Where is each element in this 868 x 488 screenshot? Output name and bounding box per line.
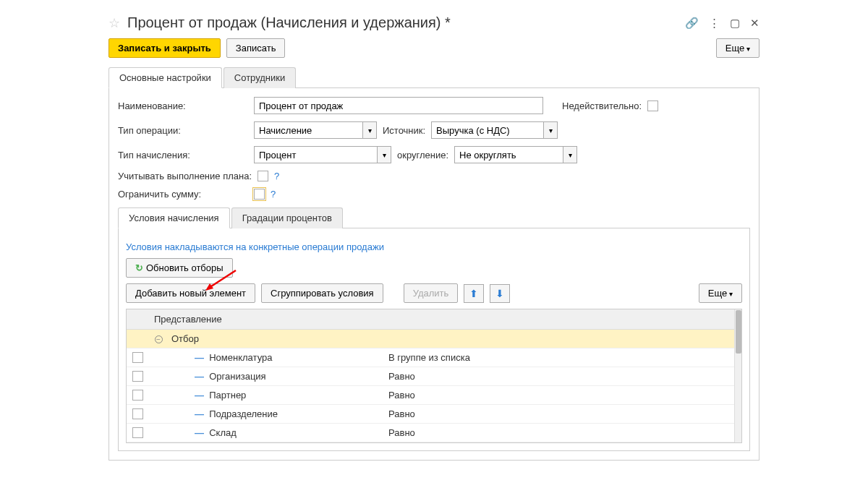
- source-label: Источник:: [383, 125, 425, 136]
- table-row[interactable]: — Номенклатура В группе из списка: [127, 348, 741, 367]
- add-element-button[interactable]: Добавить новый элемент: [126, 283, 255, 303]
- conditions-hint: Условия накладываются на конкретные опер…: [126, 241, 742, 252]
- save-button[interactable]: Записать: [226, 38, 286, 58]
- invalid-label: Недействительно:: [562, 100, 642, 111]
- row-checkbox[interactable]: [132, 390, 143, 401]
- source-input[interactable]: [431, 121, 543, 139]
- tab-main-settings[interactable]: Основные настройки: [109, 67, 222, 88]
- row-checkbox[interactable]: [132, 427, 143, 438]
- calctype-input[interactable]: [254, 146, 377, 163]
- favorite-star-icon[interactable]: ☆: [109, 15, 120, 31]
- page-title: Процент от продаж (Начисления и удержани…: [127, 14, 678, 31]
- collapse-icon[interactable]: −: [155, 335, 163, 343]
- table-row[interactable]: — Партнер Равно: [127, 386, 741, 405]
- refresh-filters-button[interactable]: ↻Обновить отборы: [126, 258, 233, 278]
- link-icon[interactable]: 🔗: [685, 17, 699, 30]
- calctype-label: Тип начисления:: [118, 150, 248, 160]
- table-scrollbar[interactable]: [734, 309, 741, 442]
- plan-label: Учитывать выполнение плана:: [118, 171, 252, 181]
- tab-employees[interactable]: Сотрудники: [224, 67, 296, 88]
- row-checkbox[interactable]: [132, 408, 143, 419]
- table-row[interactable]: — Подразделение Равно: [127, 405, 741, 424]
- rounding-label: округление:: [397, 150, 448, 160]
- tab-gradations[interactable]: Градации процентов: [231, 207, 343, 228]
- dash-icon: —: [195, 427, 204, 438]
- delete-button[interactable]: Удалить: [404, 283, 459, 303]
- name-label: Наименование:: [118, 100, 248, 111]
- group-conditions-button[interactable]: Сгруппировать условия: [261, 283, 383, 303]
- maximize-icon[interactable]: ▢: [730, 17, 740, 30]
- row-checkbox[interactable]: [132, 371, 143, 382]
- invalid-checkbox[interactable]: [647, 100, 658, 111]
- save-and-close-button[interactable]: Записать и закрыть: [109, 38, 221, 58]
- name-input[interactable]: [254, 97, 543, 114]
- dash-icon: —: [195, 408, 204, 419]
- close-icon[interactable]: ✕: [750, 17, 760, 30]
- move-down-button[interactable]: ⬇: [490, 284, 510, 303]
- source-dropdown-button[interactable]: ▾: [543, 121, 558, 139]
- move-up-button[interactable]: ⬆: [464, 284, 484, 303]
- tab-conditions[interactable]: Условия начисления: [118, 207, 230, 228]
- table-header: Представление: [127, 309, 741, 330]
- limit-checkbox[interactable]: [254, 189, 265, 200]
- limit-label: Ограничить сумму:: [118, 189, 248, 200]
- row-checkbox[interactable]: [132, 352, 143, 363]
- kebab-menu-icon[interactable]: ⋮: [709, 17, 720, 30]
- rounding-input[interactable]: [454, 146, 563, 163]
- rounding-dropdown-button[interactable]: ▾: [563, 146, 577, 163]
- conditions-more-button[interactable]: Еще: [699, 283, 742, 303]
- optype-label: Тип операции:: [118, 125, 248, 136]
- refresh-icon: ↻: [135, 262, 143, 273]
- more-button[interactable]: Еще: [716, 38, 760, 58]
- plan-help-icon[interactable]: ?: [274, 171, 279, 181]
- table-row[interactable]: — Организация Равно: [127, 367, 741, 386]
- table-group-row[interactable]: − Отбор: [127, 330, 741, 348]
- dash-icon: —: [195, 352, 204, 363]
- plan-checkbox[interactable]: [258, 171, 268, 181]
- optype-dropdown-button[interactable]: ▾: [362, 121, 377, 139]
- limit-help-icon[interactable]: ?: [271, 189, 276, 200]
- optype-input[interactable]: [254, 121, 362, 139]
- dash-icon: —: [195, 390, 204, 401]
- dash-icon: —: [195, 371, 204, 382]
- calctype-dropdown-button[interactable]: ▾: [377, 146, 391, 163]
- table-row[interactable]: — Склад Равно: [127, 424, 741, 442]
